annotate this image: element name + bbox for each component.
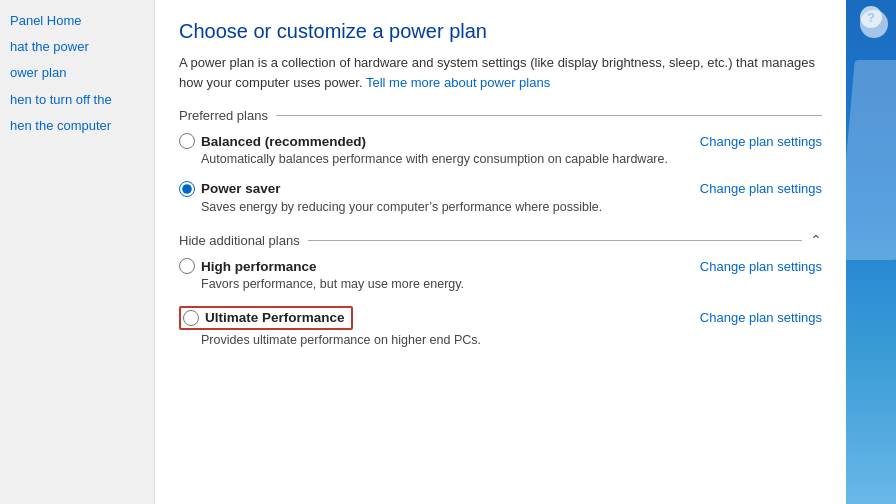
sidebar-item-when-computer[interactable]: hen the computer xyxy=(0,113,154,139)
plan-row-power-saver: Power saver Change plan settings Saves e… xyxy=(179,181,822,217)
plan-name-ultimate: Ultimate Performance xyxy=(205,310,345,325)
radio-ultimate-performance[interactable] xyxy=(183,310,199,326)
plan-name-high-performance: High performance xyxy=(201,259,317,274)
sidebar-item-when-turn-off[interactable]: hen to turn off the xyxy=(0,87,154,113)
sidebar-item-panel-home[interactable]: Panel Home xyxy=(0,8,154,34)
change-plan-link-ultimate[interactable]: Change plan settings xyxy=(700,310,822,325)
preferred-plans-section-label: Preferred plans xyxy=(179,108,822,123)
help-icon[interactable]: ? xyxy=(860,6,882,28)
ultimate-highlight-box: Ultimate Performance xyxy=(179,306,353,330)
change-plan-link-high-performance[interactable]: Change plan settings xyxy=(700,259,822,274)
plan-desc-power-saver: Saves energy by reducing your computer’s… xyxy=(201,199,822,217)
right-decorative-panel: ? xyxy=(846,0,896,504)
plan-desc-high-performance: Favors performance, but may use more ene… xyxy=(201,276,822,294)
plan-desc-balanced: Automatically balances performance with … xyxy=(201,151,822,169)
sidebar-item-what-power[interactable]: hat the power xyxy=(0,34,154,60)
description-text: A power plan is a collection of hardware… xyxy=(179,53,822,92)
plan-row-balanced: Balanced (recommended) Change plan setti… xyxy=(179,133,822,169)
sidebar-item-power-plan[interactable]: ower plan xyxy=(0,60,154,86)
plan-row-ultimate-performance: Ultimate Performance Change plan setting… xyxy=(179,306,822,350)
hide-additional-section-label: Hide additional plans ⌃ xyxy=(179,232,822,248)
page-title: Choose or customize a power plan xyxy=(179,20,822,43)
sidebar: Panel Home hat the power ower plan hen t… xyxy=(0,0,155,504)
change-plan-link-balanced[interactable]: Change plan settings xyxy=(700,134,822,149)
radio-balanced[interactable] xyxy=(179,133,195,149)
plan-title-area-high-performance: High performance xyxy=(179,258,317,274)
collapse-chevron-icon[interactable]: ⌃ xyxy=(810,232,822,248)
radio-power-saver[interactable] xyxy=(179,181,195,197)
plan-title-area-ultimate: Ultimate Performance xyxy=(179,306,353,330)
main-content: Choose or customize a power plan A power… xyxy=(155,0,846,504)
change-plan-link-power-saver[interactable]: Change plan settings xyxy=(700,181,822,196)
learn-more-link[interactable]: Tell me more about power plans xyxy=(366,75,550,90)
radio-high-performance[interactable] xyxy=(179,258,195,274)
plan-title-area-power-saver: Power saver xyxy=(179,181,281,197)
plan-desc-ultimate: Provides ultimate performance on higher … xyxy=(201,332,822,350)
plan-name-power-saver: Power saver xyxy=(201,181,281,196)
plan-title-area-balanced: Balanced (recommended) xyxy=(179,133,366,149)
plan-name-balanced: Balanced (recommended) xyxy=(201,134,366,149)
plan-row-high-performance: High performance Change plan settings Fa… xyxy=(179,258,822,294)
